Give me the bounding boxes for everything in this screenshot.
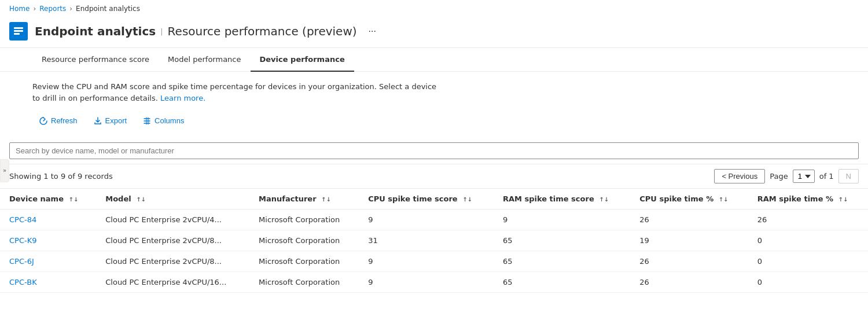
cell-manufacturer: Microsoft Corporation [249,210,359,230]
tab-resource-performance-score[interactable]: Resource performance score [32,48,159,72]
cell-ram-spike-score: 65 [494,272,630,293]
cell-cpu-spike-pct: 26 [630,210,748,230]
learn-more-link[interactable]: Learn more. [160,94,205,102]
pagination-controls: < Previous Page 1 of 1 N [714,169,859,183]
table-header-row: Device name ↑↓ Model ↑↓ Manufacturer ↑↓ … [0,189,868,210]
tab-model-performance[interactable]: Model performance [159,48,250,72]
columns-icon [143,117,151,125]
breadcrumb: Home › Reports › Endpoint analytics [0,0,868,17]
device-name-link[interactable]: CPC-84 [9,215,36,224]
page-title-separator: | [160,27,163,36]
next-button[interactable]: N [838,169,859,183]
of-total-pages: of 1 [819,172,834,181]
search-bar [0,138,868,164]
col-ram-spike-pct[interactable]: RAM spike time % ↑↓ [748,189,868,210]
toolbar: Refresh Export Columns [32,113,859,128]
data-table: Device name ↑↓ Model ↑↓ Manufacturer ↑↓ … [0,189,868,293]
refresh-button[interactable]: Refresh [32,113,84,128]
sidebar-toggle[interactable]: » [0,159,9,182]
search-input[interactable] [9,142,859,159]
more-options-button[interactable]: ··· [364,24,381,39]
cell-cpu-spike-score: 9 [359,210,494,230]
col-manufacturer[interactable]: Manufacturer ↑↓ [249,189,359,210]
cell-model: Cloud PC Enterprise 4vCPU/16... [96,272,249,293]
cell-manufacturer: Microsoft Corporation [249,251,359,272]
cell-model: Cloud PC Enterprise 2vCPU/8... [96,230,249,251]
page-title-main: Endpoint analytics [35,24,156,38]
sort-icon-cpu-spike-pct: ↑↓ [719,196,729,203]
cell-ram-spike-score: 65 [494,251,630,272]
sort-icon-ram-spike-pct: ↑↓ [838,196,848,203]
cell-model: Cloud PC Enterprise 2vCPU/4... [96,210,249,230]
sort-icon-device-name: ↑↓ [69,196,79,203]
sort-icon-model: ↑↓ [136,196,146,203]
cell-device-name[interactable]: CPC-84 [0,210,96,230]
col-ram-spike-score[interactable]: RAM spike time score ↑↓ [494,189,630,210]
device-name-link[interactable]: CPC-6J [9,257,34,266]
page-select[interactable]: 1 [793,170,815,183]
svg-rect-2 [14,33,20,35]
cell-ram-spike-pct: 26 [748,210,868,230]
table-row: CPC-84 Cloud PC Enterprise 2vCPU/4... Mi… [0,210,868,230]
export-icon [94,117,102,125]
pagination-bar: Showing 1 to 9 of 9 records < Previous P… [0,164,868,189]
tab-description: Review the CPU and RAM score and spike t… [32,81,437,104]
breadcrumb-reports[interactable]: Reports [39,5,66,13]
breadcrumb-current: Endpoint analytics [76,5,140,13]
cell-cpu-spike-score: 31 [359,230,494,251]
tab-device-performance[interactable]: Device performance [251,48,354,72]
table-row: CPC-BK Cloud PC Enterprise 4vCPU/16... M… [0,272,868,293]
cell-device-name[interactable]: CPC-6J [0,251,96,272]
col-device-name[interactable]: Device name ↑↓ [0,189,96,210]
svg-rect-0 [14,27,23,29]
col-cpu-spike-pct[interactable]: CPU spike time % ↑↓ [630,189,748,210]
breadcrumb-home[interactable]: Home [9,5,30,13]
sort-icon-cpu-spike-score: ↑↓ [462,196,472,203]
cell-model: Cloud PC Enterprise 2vCPU/8... [96,251,249,272]
cell-cpu-spike-pct: 19 [630,230,748,251]
cell-cpu-spike-score: 9 [359,272,494,293]
cell-ram-spike-score: 65 [494,230,630,251]
breadcrumb-sep-1: › [33,5,36,13]
page-label-text: Page [770,172,788,181]
page-icon [9,22,28,41]
cell-manufacturer: Microsoft Corporation [249,272,359,293]
cell-cpu-spike-pct: 26 [630,272,748,293]
cell-cpu-spike-pct: 26 [630,251,748,272]
table-row: CPC-6J Cloud PC Enterprise 2vCPU/8... Mi… [0,251,868,272]
col-cpu-spike-score[interactable]: CPU spike time score ↑↓ [359,189,494,210]
columns-button[interactable]: Columns [136,113,191,128]
col-model[interactable]: Model ↑↓ [96,189,249,210]
cell-ram-spike-pct: 0 [748,230,868,251]
sort-icon-ram-spike-score: ↑↓ [599,196,609,203]
cell-manufacturer: Microsoft Corporation [249,230,359,251]
tab-content-device-performance: Review the CPU and RAM score and spike t… [0,72,868,128]
cell-ram-spike-pct: 0 [748,251,868,272]
page-title-sub: Resource performance (preview) [168,24,357,38]
svg-rect-1 [14,30,23,32]
cell-cpu-spike-score: 9 [359,251,494,272]
cell-ram-spike-score: 9 [494,210,630,230]
table-row: CPC-K9 Cloud PC Enterprise 2vCPU/8... Mi… [0,230,868,251]
device-name-link[interactable]: CPC-K9 [9,236,36,245]
cell-device-name[interactable]: CPC-K9 [0,230,96,251]
cell-ram-spike-pct: 0 [748,272,868,293]
export-button[interactable]: Export [87,113,134,128]
previous-button[interactable]: < Previous [714,169,765,183]
breadcrumb-sep-2: › [69,5,72,13]
showing-records-text: Showing 1 to 9 of 9 records [9,172,113,181]
refresh-icon [39,117,47,125]
cell-device-name[interactable]: CPC-BK [0,272,96,293]
device-name-link[interactable]: CPC-BK [9,278,37,286]
tab-bar: Resource performance score Model perform… [0,48,868,72]
page-header: Endpoint analytics | Resource performanc… [0,17,868,48]
sort-icon-manufacturer: ↑↓ [321,196,331,203]
